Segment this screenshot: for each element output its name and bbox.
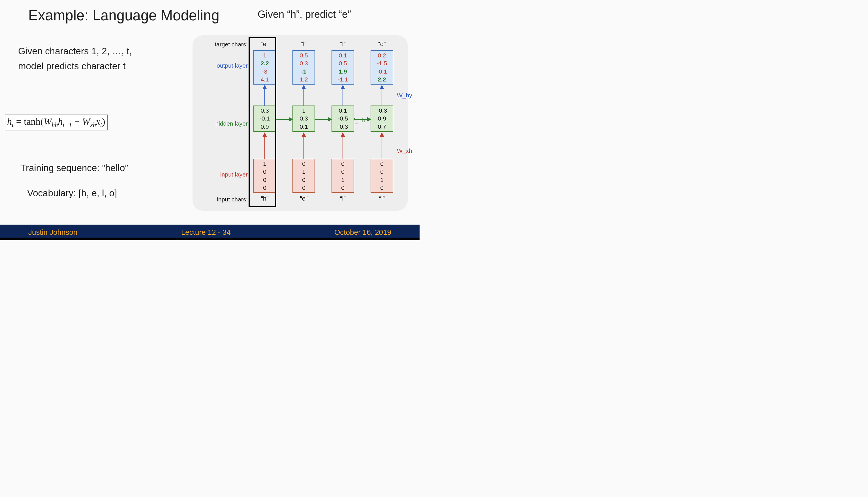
footer-date: October 16, 2019	[334, 228, 391, 237]
vocabulary-text: Vocabulary: [h, e, l, o]	[27, 188, 117, 199]
input-vector: 1000	[253, 159, 276, 193]
weight-label-why: W_hy	[397, 92, 412, 99]
weight-label-wxh: W_xh	[397, 147, 412, 154]
target-char: “o”	[368, 41, 396, 48]
hidden-vector: 0.3-0.10.9	[253, 105, 276, 132]
input-vector: 0100	[292, 159, 315, 193]
bottom-black-strip	[0, 238, 419, 240]
timestep-3: “l” 0.10.51.9-1.1 0.1-0.5-0.3 0010 “l”	[329, 36, 357, 211]
timestep-2: “l” 0.50.3-11.2 10.30.1 0100 “e”	[290, 36, 318, 211]
input-char: “l”	[368, 195, 396, 202]
timestep-4: “o” 0.2-1.5-0.12.2 -0.30.90.7 0010 “l”	[368, 36, 396, 211]
slide-subtitle: Given “h”, predict “e”	[258, 9, 351, 20]
hidden-vector: -0.30.90.7	[371, 105, 393, 132]
label-output-layer: output layer	[193, 62, 248, 69]
input-char: “l”	[329, 195, 357, 202]
input-vector: 0010	[371, 159, 393, 193]
input-char: “h”	[250, 195, 279, 202]
hidden-vector: 10.30.1	[292, 105, 315, 132]
intro-line-2: model predicts character t	[18, 59, 182, 74]
rnn-formula: ht = tanh(Whhht−1 + Wxhxt)	[5, 115, 108, 130]
input-vector: 0010	[331, 159, 354, 193]
rnn-diagram: target chars: output layer hidden layer …	[193, 36, 408, 211]
output-vector: 12.2-34.1	[253, 51, 276, 85]
output-vector: 0.2-1.5-0.12.2	[371, 51, 393, 85]
target-char: “e”	[250, 41, 279, 48]
target-char: “l”	[329, 41, 357, 48]
footer-lecture: Lecture 12 - 34	[181, 228, 231, 237]
label-target-chars: target chars:	[193, 41, 248, 48]
output-vector: 0.10.51.9-1.1	[331, 51, 354, 85]
slide: Example: Language Modeling Given “h”, pr…	[0, 0, 419, 240]
training-sequence-text: Training sequence: ”hello”	[20, 162, 128, 173]
slide-title: Example: Language Modeling	[28, 7, 219, 24]
label-hidden-layer: hidden layer	[193, 120, 248, 127]
label-input-chars: input chars:	[193, 196, 248, 203]
output-vector: 0.50.3-11.2	[292, 51, 315, 85]
input-char: “e”	[290, 195, 318, 202]
intro-line-1: Given characters 1, 2, …, t,	[18, 44, 182, 59]
label-input-layer: input layer	[193, 171, 248, 178]
hidden-vector: 0.1-0.5-0.3	[331, 105, 354, 132]
target-char: “l”	[290, 41, 318, 48]
intro-text: Given characters 1, 2, …, t, model predi…	[18, 44, 182, 74]
timestep-1: “e” 12.2-34.1 0.3-0.10.9 1000 “h”	[250, 36, 279, 211]
footer-author: Justin Johnson	[28, 228, 77, 237]
